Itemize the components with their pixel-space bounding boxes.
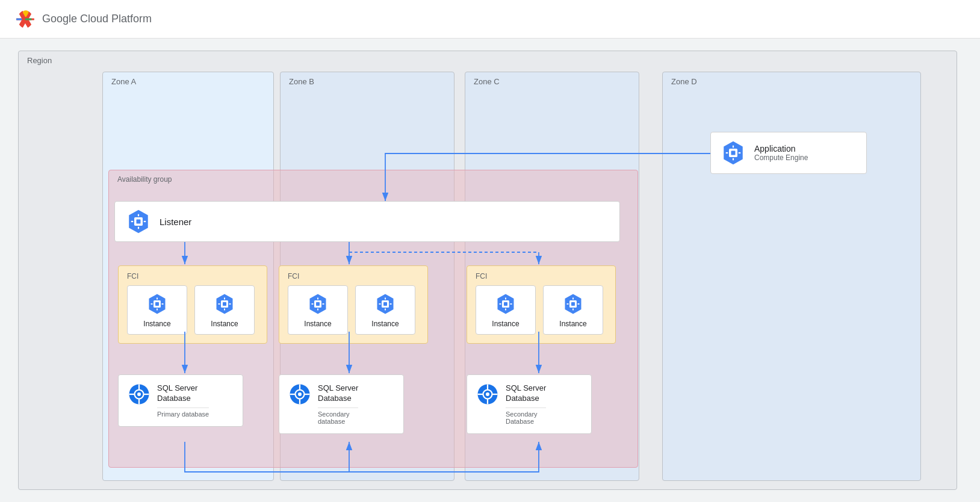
db-b-subtitle: Secondarydatabase	[318, 407, 358, 425]
db-c-text: SQL ServerDatabase SecondaryDatabase	[506, 383, 546, 425]
zone-b-label: Zone B	[289, 77, 314, 86]
svg-rect-72	[731, 151, 736, 155]
db-c-subtitle: SecondaryDatabase	[506, 407, 546, 425]
instance-b2-icon	[374, 293, 396, 315]
listener-box: Listener	[114, 201, 620, 242]
instance-a1-label: Instance	[143, 320, 170, 328]
app-title: Application	[754, 144, 808, 153]
instance-box-b2: Instance	[355, 285, 415, 335]
logo-text: Google Cloud Platform	[42, 13, 152, 25]
fci-a-label: FCI	[127, 272, 258, 280]
svg-rect-16	[223, 302, 226, 306]
svg-rect-37	[504, 302, 507, 306]
fci-box-b: FCI Instance	[279, 265, 428, 344]
instance-c2-icon	[562, 293, 584, 315]
logo-container: Google Cloud Platform	[14, 8, 152, 30]
db-box-c: SQL ServerDatabase SecondaryDatabase	[467, 374, 592, 434]
db-a-title: SQL ServerDatabase	[157, 383, 209, 404]
db-b-icon	[289, 383, 311, 405]
availability-group-label: Availability group	[117, 175, 172, 184]
fci-c-label: FCI	[476, 272, 607, 280]
instance-box-b1: Instance	[288, 285, 348, 335]
db-box-b: SQL ServerDatabase Secondarydatabase	[279, 374, 404, 434]
instance-a2-label: Instance	[211, 320, 238, 328]
app-text: Application Compute Engine	[754, 144, 808, 162]
instance-box-a1: Instance	[127, 285, 187, 335]
svg-point-58	[298, 392, 302, 396]
app-subtitle: Compute Engine	[754, 153, 808, 162]
gcp-logo-icon	[14, 8, 36, 30]
instance-b1-icon	[307, 293, 329, 315]
instance-b1-label: Instance	[304, 320, 331, 328]
fci-box-a: FCI Instance	[118, 265, 267, 344]
instance-box-c2: Instance	[543, 285, 603, 335]
db-b-text: SQL ServerDatabase Secondarydatabase	[318, 383, 358, 425]
instance-a1-icon	[146, 293, 168, 315]
instance-c2-label: Instance	[559, 320, 586, 328]
svg-point-65	[486, 392, 489, 396]
db-a-icon	[128, 383, 150, 405]
fci-b-instances: Instance Instance	[288, 285, 419, 335]
instance-b2-label: Instance	[371, 320, 399, 328]
svg-rect-30	[383, 302, 387, 306]
app-box: Application Compute Engine	[710, 132, 867, 174]
zone-c-label: Zone C	[474, 77, 500, 86]
main-canvas: Region Zone A Zone B Zone C Zone D Avail…	[0, 39, 980, 502]
instance-box-a2: Instance	[194, 285, 255, 335]
db-c-title: SQL ServerDatabase	[506, 383, 546, 404]
db-a-subtitle: Primary database	[157, 407, 209, 418]
instance-c1-icon	[495, 293, 516, 315]
app-icon	[721, 140, 746, 166]
db-box-a: SQL ServerDatabase Primary database	[118, 374, 243, 427]
svg-point-51	[137, 392, 141, 396]
listener-label: Listener	[160, 217, 191, 227]
fci-c-instances: Instance Instance	[476, 285, 607, 335]
svg-rect-9	[155, 302, 159, 306]
instance-box-c1: Instance	[476, 285, 536, 335]
header: Google Cloud Platform	[0, 0, 980, 39]
svg-rect-44	[571, 302, 575, 306]
instance-c1-label: Instance	[492, 320, 519, 328]
db-a-text: SQL ServerDatabase Primary database	[157, 383, 209, 418]
zone-d-label: Zone D	[671, 77, 697, 86]
svg-rect-23	[316, 302, 320, 306]
fci-b-label: FCI	[288, 272, 419, 280]
db-b-title: SQL ServerDatabase	[318, 383, 358, 404]
listener-icon	[126, 209, 151, 234]
db-c-icon	[477, 383, 498, 405]
svg-rect-2	[137, 220, 141, 224]
region-label: Region	[27, 56, 52, 65]
zone-a-label: Zone A	[111, 77, 136, 86]
instance-a2-icon	[214, 293, 235, 315]
fci-a-instances: Instance Instance	[127, 285, 258, 335]
fci-box-c: FCI Instance	[467, 265, 616, 344]
